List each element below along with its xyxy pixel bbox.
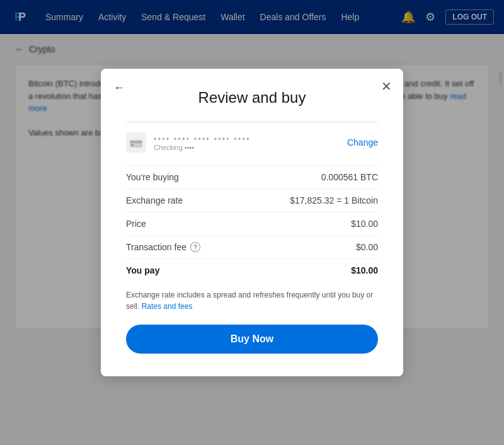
svg-rect-3: [130, 140, 142, 147]
payment-masked-number: •••• •••• •••• •••• ••••: [154, 134, 340, 144]
detail-row-total: You pay $10.00: [126, 258, 378, 282]
detail-row-exchange: Exchange rate $17,825.32 = 1 Bitcoin: [126, 188, 378, 212]
modal-title: Review and buy: [126, 89, 378, 107]
detail-row-buying: You're buying 0.000561 BTC: [126, 165, 378, 188]
payment-method-icon: [126, 132, 146, 153]
price-label: Price: [126, 219, 146, 229]
total-label: You pay: [126, 265, 159, 275]
total-value: $10.00: [351, 265, 378, 275]
bank-icon: [130, 137, 142, 147]
detail-row-price: Price $10.00: [126, 212, 378, 235]
price-value: $10.00: [351, 219, 378, 229]
rates-fees-link[interactable]: Rates and fees: [142, 302, 193, 311]
modal-overlay: ← ✕ Review and buy •••• •••• •••• •••• •…: [0, 0, 504, 445]
payment-subtext: Checking ••••: [154, 144, 340, 151]
payment-details: •••• •••• •••• •••• •••• Checking ••••: [154, 134, 340, 151]
review-buy-modal: ← ✕ Review and buy •••• •••• •••• •••• •…: [101, 69, 403, 376]
exchange-value: $17,825.32 = 1 Bitcoin: [290, 195, 378, 205]
fee-value: $0.00: [356, 242, 378, 252]
modal-divider: [126, 122, 378, 122]
change-payment-link[interactable]: Change: [347, 137, 378, 147]
buying-label: You're buying: [126, 172, 179, 182]
buying-value: 0.000561 BTC: [321, 172, 378, 182]
detail-row-fee: Transaction fee ? $0.00: [126, 235, 378, 258]
svg-rect-4: [130, 141, 142, 143]
buy-now-button[interactable]: Buy Now: [126, 325, 378, 354]
modal-close-button[interactable]: ✕: [381, 80, 392, 93]
fee-help-icon[interactable]: ?: [190, 242, 200, 252]
exchange-note: Exchange rate includes a spread and refr…: [126, 289, 378, 312]
fee-label: Transaction fee ?: [126, 242, 200, 252]
payment-method-row: •••• •••• •••• •••• •••• Checking •••• C…: [126, 132, 378, 153]
svg-rect-5: [131, 144, 134, 146]
modal-back-button[interactable]: ←: [113, 81, 125, 95]
detail-rows: You're buying 0.000561 BTC Exchange rate…: [126, 165, 378, 282]
exchange-label: Exchange rate: [126, 195, 183, 205]
